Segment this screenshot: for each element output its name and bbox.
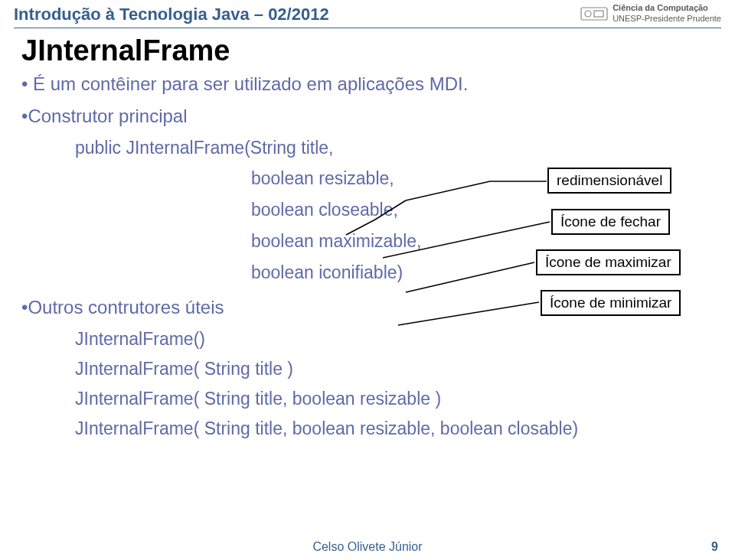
page-number: 9 — [711, 540, 718, 554]
dept-line1: Ciência da Computação — [612, 3, 721, 14]
ctor-title-resizable: JInternalFrame( String title, boolean re… — [21, 389, 714, 409]
constructor-principal-bullet: •Construtor principal — [21, 106, 714, 127]
svg-rect-2 — [594, 11, 603, 17]
ctor-title: JInternalFrame( String title ) — [21, 359, 714, 379]
unesp-logo-icon — [580, 3, 608, 24]
footer-author: Celso Olivete Júnior — [0, 540, 735, 554]
slide-content: JInternalFrame • É um contêiner para ser… — [0, 28, 735, 439]
svg-point-1 — [585, 11, 591, 17]
dept-line2: UNESP-Presidente Prudente — [612, 14, 721, 24]
department-block: Ciência da Computação UNESP-Presidente P… — [580, 3, 721, 24]
slide-header: Introdução à Tecnologia Java – 02/2012 C… — [0, 0, 735, 24]
label-icone-fechar: Ícone de fechar — [551, 209, 670, 235]
page-title: JInternalFrame — [21, 34, 714, 67]
label-icone-minimizar: Ícone de minimizar — [541, 290, 681, 316]
course-title: Introdução à Tecnologia Java – 02/2012 — [14, 5, 329, 24]
intro-bullet: • É um contêiner para ser utilizado em a… — [21, 73, 714, 95]
ctor-title-resizable-closable: JInternalFrame( String title, boolean re… — [21, 418, 714, 439]
ctor-noarg: JInternalFrame() — [21, 329, 714, 350]
label-icone-maximizar: Ícone de maximizar — [536, 249, 681, 275]
constructor-signature: public JInternalFrame(String title, — [21, 138, 714, 158]
label-redimensionavel: redimensionável — [547, 168, 671, 194]
